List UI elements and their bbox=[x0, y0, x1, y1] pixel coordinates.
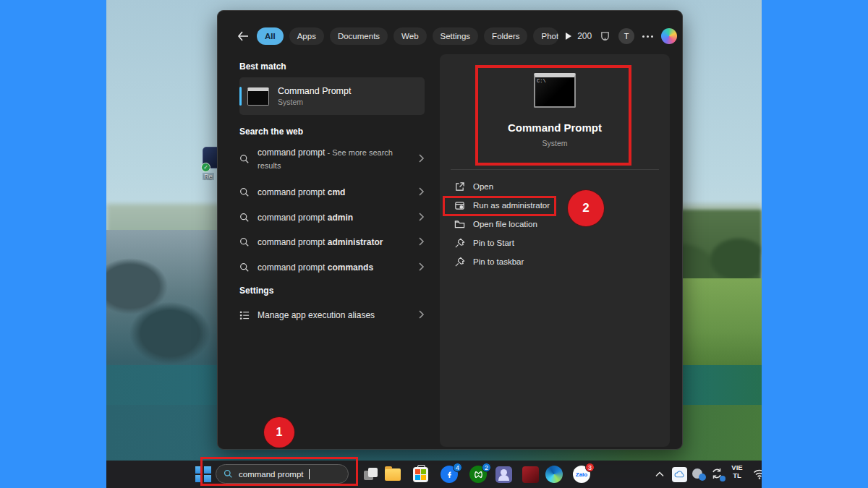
task-view-icon bbox=[364, 468, 378, 481]
teams-button[interactable] bbox=[494, 465, 513, 484]
annotation-box-search bbox=[200, 457, 358, 486]
annotation-step-2: 2 bbox=[568, 190, 604, 226]
pin-icon bbox=[454, 238, 465, 249]
red-app-icon bbox=[522, 466, 539, 483]
edge-icon bbox=[545, 466, 563, 483]
wifi-tray-button[interactable] bbox=[750, 465, 762, 484]
suggestion-text: command prompt cmd bbox=[258, 186, 410, 199]
more-options-icon[interactable] bbox=[642, 35, 653, 38]
web-suggestion[interactable]: command prompt administrator bbox=[239, 231, 425, 253]
annotation-box-preview bbox=[475, 65, 631, 166]
facebook-button[interactable]: 4 bbox=[440, 465, 459, 484]
filter-tab-apps[interactable]: Apps bbox=[289, 27, 324, 45]
filter-tab-folders[interactable]: Folders bbox=[484, 27, 527, 45]
search-icon bbox=[239, 237, 250, 247]
copilot-icon[interactable] bbox=[661, 28, 677, 44]
open-icon bbox=[454, 181, 465, 192]
back-icon[interactable] bbox=[235, 28, 251, 44]
web-suggestion[interactable]: command prompt admin bbox=[239, 207, 425, 228]
settings-item-label: Manage app execution aliases bbox=[258, 309, 410, 322]
chevron-right-icon[interactable] bbox=[418, 186, 425, 199]
wifi-icon bbox=[753, 469, 762, 479]
selection-accent-bar bbox=[239, 87, 242, 106]
action-label: Open file location bbox=[473, 220, 537, 228]
chevron-right-icon[interactable] bbox=[418, 236, 425, 249]
chevron-right-icon[interactable] bbox=[418, 153, 425, 166]
filter-tab-photos[interactable]: Phot bbox=[533, 27, 558, 45]
scroll-tabs-icon[interactable] bbox=[566, 33, 571, 40]
account-avatar[interactable]: T bbox=[618, 28, 634, 44]
sync-tray-button[interactable] bbox=[708, 465, 727, 484]
chevron-up-icon bbox=[655, 471, 664, 477]
rewards-icon[interactable] bbox=[600, 31, 610, 42]
action-pin-to-start[interactable]: Pin to Start bbox=[451, 234, 659, 252]
search-icon bbox=[239, 187, 250, 197]
best-match-item[interactable]: Command Prompt System bbox=[239, 77, 425, 115]
notification-badge: 2 bbox=[482, 463, 491, 472]
annotation-step-1: 1 bbox=[264, 417, 294, 448]
search-icon bbox=[239, 213, 250, 223]
file-explorer-button[interactable] bbox=[383, 465, 402, 484]
task-view-button[interactable] bbox=[362, 465, 380, 484]
xbox-button[interactable]: 2 bbox=[469, 465, 488, 484]
search-panel: All Apps Documents Web Settings Folders … bbox=[217, 10, 683, 450]
tray-expand-button[interactable] bbox=[650, 465, 669, 484]
night-weather-icon bbox=[692, 467, 706, 481]
chevron-right-icon[interactable] bbox=[418, 211, 425, 224]
sync-icon bbox=[710, 467, 725, 481]
suggestion-text: command prompt - See more search results bbox=[258, 146, 410, 172]
search-icon bbox=[239, 154, 250, 164]
chevron-right-icon[interactable] bbox=[418, 261, 425, 274]
folder-icon bbox=[454, 219, 465, 230]
zalo-button[interactable]: Zalo 3 bbox=[572, 465, 591, 484]
language-indicator[interactable]: VIE TL bbox=[727, 463, 747, 479]
best-match-subtitle: System bbox=[278, 98, 351, 106]
app-aliases-icon bbox=[239, 310, 250, 320]
teams-icon bbox=[495, 466, 512, 483]
settings-header: Settings bbox=[239, 286, 273, 296]
header-right-group: 200 T bbox=[577, 28, 677, 44]
action-open[interactable]: Open bbox=[451, 177, 659, 196]
filter-tab-settings[interactable]: Settings bbox=[433, 27, 479, 45]
filter-row: All Apps Documents Web Settings Folders … bbox=[235, 25, 669, 47]
tutorial-frame: ✓ Re All Apps Documents Web Settings Fol… bbox=[0, 0, 868, 488]
action-list: Open Run as administrator Open file loca… bbox=[451, 177, 659, 271]
store-icon bbox=[413, 467, 428, 482]
filter-tab-all[interactable]: All bbox=[257, 27, 284, 45]
weather-tray-button[interactable] bbox=[689, 465, 708, 484]
filter-tab-web[interactable]: Web bbox=[393, 27, 426, 45]
rewards-points[interactable]: 200 bbox=[577, 31, 592, 41]
web-suggestion[interactable]: command prompt commands bbox=[239, 257, 425, 278]
onedrive-icon bbox=[672, 467, 687, 482]
edge-button[interactable] bbox=[545, 465, 563, 484]
best-match-header: Best match bbox=[239, 61, 286, 72]
web-suggestion[interactable]: command prompt - See more search results bbox=[239, 144, 425, 174]
action-label: Pin to taskbar bbox=[473, 257, 524, 266]
notification-badge: 3 bbox=[585, 463, 595, 472]
suggestion-text: command prompt admin bbox=[258, 211, 410, 224]
pinned-app-button[interactable] bbox=[521, 465, 540, 484]
language-line2: TL bbox=[727, 471, 747, 479]
file-explorer-icon bbox=[385, 468, 401, 481]
suggestion-text: command prompt commands bbox=[258, 261, 410, 274]
language-line1: VIE bbox=[727, 463, 747, 471]
divider bbox=[451, 169, 659, 170]
best-match-title: Command Prompt bbox=[278, 86, 351, 96]
action-open-file-location[interactable]: Open file location bbox=[451, 215, 659, 234]
settings-item[interactable]: Manage app execution aliases bbox=[239, 304, 425, 326]
onedrive-tray-button[interactable] bbox=[670, 465, 689, 484]
windows-desktop: ✓ Re All Apps Documents Web Settings Fol… bbox=[106, 0, 762, 488]
suggestion-text: command prompt administrator bbox=[258, 236, 410, 249]
pin-icon bbox=[454, 257, 465, 267]
action-label: Open bbox=[473, 182, 493, 191]
microsoft-store-button[interactable] bbox=[411, 465, 430, 484]
search-icon bbox=[239, 262, 250, 273]
filter-tab-documents[interactable]: Documents bbox=[330, 27, 388, 45]
web-suggestion[interactable]: command prompt cmd bbox=[239, 181, 425, 203]
command-prompt-icon bbox=[247, 87, 269, 106]
sync-check-icon: ✓ bbox=[201, 163, 210, 172]
desktop-shortcut-label: Re bbox=[203, 173, 214, 180]
action-label: Pin to Start bbox=[473, 239, 514, 247]
chevron-right-icon[interactable] bbox=[418, 309, 425, 322]
action-pin-to-taskbar[interactable]: Pin to taskbar bbox=[451, 252, 659, 271]
